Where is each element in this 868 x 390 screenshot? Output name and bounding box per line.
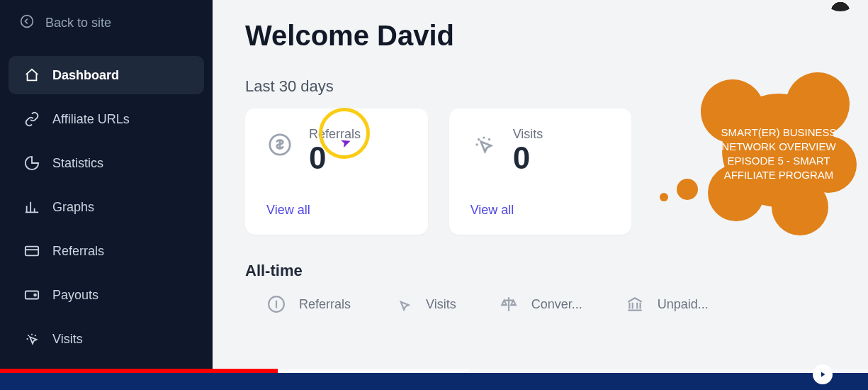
- sidebar-item-label: Affiliate URLs: [52, 112, 130, 127]
- click-icon: [24, 331, 40, 347]
- alltime-item-label: Referrals: [299, 297, 351, 312]
- video-control-bar: [0, 373, 868, 390]
- svg-point-3: [34, 294, 36, 296]
- scale-icon: [499, 294, 519, 314]
- bank-icon: [625, 294, 645, 314]
- link-icon: [24, 111, 40, 127]
- sidebar-nav: Dashboard Affiliate URLs Statistics Grap…: [0, 53, 213, 390]
- sidebar-item-graphs[interactable]: Graphs: [9, 188, 204, 226]
- annotation-cloud: SMART(ER) BUSINESS NETWORK OVERVIEW EPIS…: [701, 72, 857, 235]
- sidebar-item-dashboard[interactable]: Dashboard: [9, 56, 204, 94]
- back-to-site-label: Back to site: [45, 16, 111, 30]
- wallet-icon: [24, 287, 40, 303]
- app-root: Back to site Dashboard Affiliate URLs St: [0, 0, 868, 390]
- sidebar-item-label: Referrals: [52, 244, 104, 259]
- click-icon: [393, 294, 413, 314]
- pie-icon: [24, 155, 40, 171]
- alltime-referrals: Referrals: [266, 294, 351, 314]
- sidebar-item-label: Statistics: [52, 156, 103, 171]
- dollar-icon: [266, 294, 286, 314]
- view-all-referrals-link[interactable]: View all: [266, 203, 407, 218]
- svg-point-0: [21, 16, 33, 28]
- alltime-item-label: Conver...: [531, 297, 582, 312]
- bar-icon: [24, 199, 40, 215]
- click-icon: [470, 131, 497, 158]
- metric-value: 0: [309, 142, 361, 174]
- all-time-row: Referrals Visits Conver... Unpaid...: [245, 294, 835, 314]
- page-title: Welcome David: [245, 20, 835, 52]
- home-icon: [24, 67, 40, 83]
- sidebar: Back to site Dashboard Affiliate URLs St: [0, 0, 213, 390]
- alltime-visits: Visits: [393, 294, 456, 314]
- all-time-label: All-time: [245, 262, 835, 280]
- back-arrow-icon: [20, 14, 34, 32]
- sidebar-item-statistics[interactable]: Statistics: [9, 144, 204, 182]
- avatar[interactable]: [830, 0, 851, 11]
- sidebar-item-label: Visits: [52, 332, 83, 347]
- annotation-dot: [677, 179, 698, 200]
- alltime-item-label: Visits: [426, 297, 456, 312]
- view-all-visits-link[interactable]: View all: [470, 203, 611, 218]
- sidebar-item-label: Graphs: [52, 200, 94, 215]
- dollar-icon: [266, 131, 293, 158]
- card-referrals: Referrals 0 View all: [245, 108, 428, 235]
- metric-label: Referrals: [309, 127, 361, 142]
- card-visits: Visits 0 View all: [449, 108, 632, 235]
- video-play-button[interactable]: [813, 364, 833, 384]
- sidebar-item-referrals[interactable]: Referrals: [9, 232, 204, 270]
- svg-rect-1: [26, 247, 38, 256]
- alltime-conversion: Conver...: [499, 294, 582, 314]
- sidebar-item-payouts[interactable]: Payouts: [9, 276, 204, 314]
- annotation-dot: [660, 193, 668, 201]
- sidebar-item-label: Payouts: [52, 288, 98, 303]
- back-to-site-link[interactable]: Back to site: [0, 0, 213, 46]
- metric-value: 0: [513, 142, 543, 174]
- sidebar-item-visits[interactable]: Visits: [9, 320, 204, 358]
- sidebar-item-affiliate-urls[interactable]: Affiliate URLs: [9, 100, 204, 138]
- annotation-text: SMART(ER) BUSINESS NETWORK OVERVIEW EPIS…: [701, 72, 857, 235]
- metric-label: Visits: [513, 127, 543, 142]
- card-icon: [24, 243, 40, 259]
- alltime-unpaid: Unpaid...: [625, 294, 709, 314]
- sidebar-item-label: Dashboard: [52, 68, 119, 83]
- alltime-item-label: Unpaid...: [658, 297, 709, 312]
